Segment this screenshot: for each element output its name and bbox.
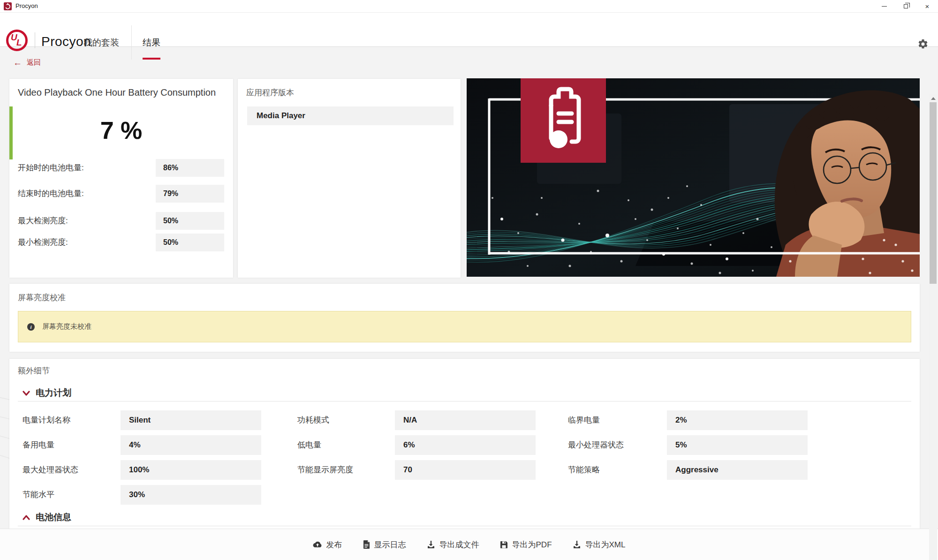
battery-info-section-toggle[interactable]: 电池信息 <box>23 511 71 523</box>
app-version-item[interactable]: Media Player <box>247 106 454 125</box>
power-plan-section-toggle[interactable]: 电力计划 <box>23 387 71 399</box>
power-plan-field-value-text: 6% <box>403 440 415 450</box>
result-row-label: 最小检测亮度: <box>18 234 68 251</box>
extra-details-card: 额外细节 电力计划 电量计划名称Silent备用电量4%最大处理器状态100%节… <box>9 359 920 529</box>
footer-button-显示日志[interactable]: 显示日志 <box>363 539 406 550</box>
brightness-calibration-card: 屏幕亮度校准 i 屏幕亮度未校准 <box>9 284 920 352</box>
extra-details-header: 额外细节 <box>18 365 50 376</box>
gear-icon <box>917 38 929 50</box>
footer-button-导出为PDF[interactable]: 导出为PDF <box>500 539 552 550</box>
calibration-warning-banner: i 屏幕亮度未校准 <box>18 311 911 342</box>
power-plan-field-label: 最大处理器状态 <box>23 460 78 480</box>
footer-button-导出成文件[interactable]: 导出成文件 <box>427 539 479 550</box>
power-plan-field-value: 5% <box>667 435 808 455</box>
tab-my-suites[interactable]: 我的套装 <box>83 25 132 60</box>
info-icon: i <box>27 323 35 331</box>
result-row-value-text: 86% <box>163 164 178 172</box>
back-arrow-icon: ← <box>13 58 22 67</box>
tab-label: 结果 <box>143 37 160 49</box>
footer-button-label: 导出成文件 <box>439 539 479 550</box>
back-label: 返回 <box>27 58 41 67</box>
app-version-card: 应用程序版本 Media Player <box>238 79 461 278</box>
power-plan-field-value: 6% <box>395 435 536 455</box>
result-row-value-text: 50% <box>163 217 178 225</box>
battery-info-label: 电池信息 <box>36 511 71 523</box>
benchmark-score: 7 % <box>9 116 233 144</box>
back-button[interactable]: ← 返回 <box>13 58 41 67</box>
app-version-header: 应用程序版本 <box>246 87 294 98</box>
results-page: ← 返回 Video Playback One Hour Battery Con… <box>0 47 938 529</box>
battery-benchmark-badge <box>521 78 606 163</box>
result-row-label: 开始时的电池电量: <box>18 159 84 177</box>
power-plan-field-value: Aggressive <box>667 460 808 480</box>
chevron-down-icon <box>23 391 30 396</box>
power-plan-field-value-text: 2% <box>675 416 687 425</box>
export-toolbar: 发布显示日志导出成文件导出为PDF导出为XML <box>0 529 938 560</box>
result-row-label: 结束时的电池电量: <box>18 185 84 203</box>
power-plan-field-label: 临界电量 <box>568 410 600 430</box>
result-row-value: 50% <box>156 234 224 251</box>
vertical-scrollbar[interactable] <box>929 94 937 560</box>
result-row-value-text: 79% <box>163 189 178 198</box>
power-plan-field-value-text: 100% <box>129 465 149 475</box>
power-plan-field-label: 低电量 <box>297 435 321 455</box>
download-icon <box>427 540 435 549</box>
footer-button-label: 发布 <box>326 539 342 550</box>
footer-button-label: 显示日志 <box>374 539 406 550</box>
footer-button-label: 导出为PDF <box>512 539 552 550</box>
power-plan-label: 电力计划 <box>36 387 71 399</box>
scrollbar-up-arrow-icon[interactable] <box>931 97 936 100</box>
power-plan-field-value-text: N/A <box>403 416 417 425</box>
top-nav: U L Procyon 我的套装结果 <box>0 13 938 47</box>
chevron-up-icon <box>23 515 30 520</box>
scrollbar-thumb[interactable] <box>930 102 937 284</box>
power-plan-field-value-text: Silent <box>129 416 151 425</box>
close-button[interactable]: × <box>916 0 938 13</box>
footer-button-发布[interactable]: 发布 <box>313 539 342 550</box>
power-plan-field-value: 100% <box>121 460 261 480</box>
benchmark-hero-image <box>467 78 920 277</box>
result-row-value: 86% <box>156 159 224 177</box>
ul-logo-l: L <box>16 38 22 48</box>
power-plan-field-value: Silent <box>121 410 261 430</box>
power-plan-field-label: 节能策略 <box>568 460 600 480</box>
power-plan-field-label: 电量计划名称 <box>23 410 70 430</box>
power-plan-field-label: 节能水平 <box>23 485 54 505</box>
power-plan-field-value-text: 70 <box>403 465 412 475</box>
power-plan-field-value: 70 <box>395 460 536 480</box>
procyon-app-icon <box>4 2 12 10</box>
calibration-warning-text: 屏幕亮度未校准 <box>42 322 91 331</box>
tab-label: 我的套装 <box>83 37 119 49</box>
power-plan-field-value-text: 4% <box>129 440 141 450</box>
close-icon: × <box>925 2 930 10</box>
power-plan-field-label: 节能显示屏亮度 <box>297 460 353 480</box>
power-plan-field-label: 最小处理器状态 <box>568 435 624 455</box>
window-title: Procyon <box>15 2 38 9</box>
benchmark-title: Video Playback One Hour Battery Consumpt… <box>18 87 216 98</box>
section-divider-2 <box>18 526 911 526</box>
result-row-label: 最大检测亮度: <box>18 212 68 230</box>
calibration-header: 屏幕亮度校准 <box>18 292 66 303</box>
result-row-value: 79% <box>156 185 224 203</box>
window-controls: × <box>873 0 938 13</box>
cloud-upload-icon <box>313 541 322 548</box>
power-plan-field-value: 30% <box>121 485 261 505</box>
minimize-icon <box>882 6 887 7</box>
power-plan-field-value-text: 5% <box>675 440 687 450</box>
power-plan-field-label: 备用电量 <box>23 435 54 455</box>
power-plan-field-value: 2% <box>667 410 808 430</box>
maximize-button[interactable] <box>895 0 916 13</box>
result-row-value-text: 50% <box>163 238 178 247</box>
tab-results[interactable]: 结果 <box>132 25 171 60</box>
footer-button-导出为XML[interactable]: 导出为XML <box>573 539 626 550</box>
log-document-icon <box>363 540 370 549</box>
power-plan-field-value-text: Aggressive <box>675 465 719 475</box>
nav-tabs: 我的套装结果 <box>83 25 171 60</box>
settings-button[interactable] <box>917 38 929 50</box>
procyon-app-window: Procyon × U L Procyon 我的套装结果 ← 返回 <box>0 0 938 560</box>
maximize-icon <box>904 4 908 8</box>
active-tab-underline <box>143 58 160 60</box>
section-divider <box>18 401 911 401</box>
app-version-item-label: Media Player <box>257 111 305 121</box>
minimize-button[interactable] <box>873 0 895 13</box>
